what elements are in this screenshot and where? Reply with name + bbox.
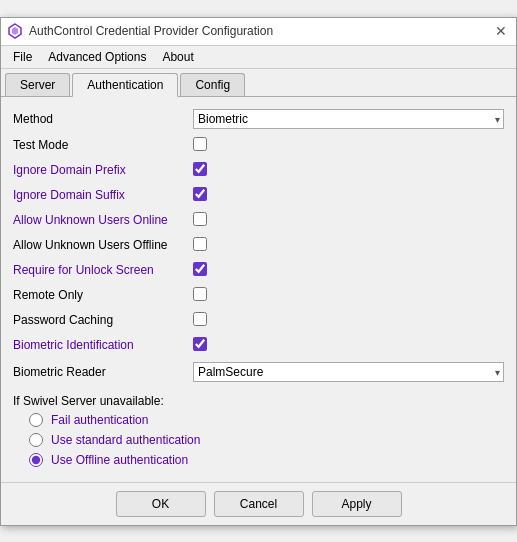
main-window: AuthControl Credential Provider Configur… (0, 17, 517, 526)
allow-unknown-offline-checkbox[interactable] (193, 237, 207, 251)
tab-server[interactable]: Server (5, 73, 70, 96)
require-unlock-control (193, 262, 504, 279)
menu-file[interactable]: File (5, 48, 40, 66)
title-bar: AuthControl Credential Provider Configur… (1, 18, 516, 46)
ignore-domain-suffix-checkbox[interactable] (193, 187, 207, 201)
window-title: AuthControl Credential Provider Configur… (29, 24, 273, 38)
allow-unknown-online-row: Allow Unknown Users Online (13, 208, 504, 233)
use-offline-radio[interactable] (29, 453, 43, 467)
test-mode-label: Test Mode (13, 138, 193, 152)
method-select[interactable]: Biometric TOTP Password (193, 109, 504, 129)
allow-unknown-offline-label: Allow Unknown Users Offline (13, 238, 193, 252)
use-offline-label: Use Offline authentication (51, 453, 188, 467)
require-unlock-checkbox[interactable] (193, 262, 207, 276)
tab-config[interactable]: Config (180, 73, 245, 96)
test-mode-checkbox[interactable] (193, 137, 207, 151)
ignore-domain-prefix-label: Ignore Domain Prefix (13, 163, 193, 177)
apply-button[interactable]: Apply (312, 491, 402, 517)
allow-unknown-offline-control (193, 237, 504, 254)
method-label: Method (13, 112, 193, 126)
remote-only-control (193, 287, 504, 304)
fail-auth-label: Fail authentication (51, 413, 148, 427)
allow-unknown-online-control (193, 212, 504, 229)
title-bar-left: AuthControl Credential Provider Configur… (7, 23, 273, 39)
button-bar: OK Cancel Apply (1, 482, 516, 525)
test-mode-control (193, 137, 504, 154)
tabs-bar: Server Authentication Config (1, 69, 516, 97)
ignore-domain-suffix-control (193, 187, 504, 204)
biometric-identification-checkbox[interactable] (193, 337, 207, 351)
app-icon (7, 23, 23, 39)
require-unlock-label: Require for Unlock Screen (13, 263, 193, 277)
password-caching-row: Password Caching (13, 308, 504, 333)
menu-advanced-options[interactable]: Advanced Options (40, 48, 154, 66)
ignore-domain-prefix-control (193, 162, 504, 179)
tab-content: Method Biometric TOTP Password Test Mode… (1, 97, 516, 482)
menu-bar: File Advanced Options About (1, 46, 516, 69)
swivel-group: If Swivel Server unavailable: Fail authe… (13, 386, 504, 474)
biometric-reader-row: Biometric Reader PalmSecure Fingerprint … (13, 358, 504, 386)
allow-unknown-online-label: Allow Unknown Users Online (13, 213, 193, 227)
svg-marker-1 (12, 27, 18, 35)
close-button[interactable]: ✕ (492, 22, 510, 40)
password-caching-control (193, 312, 504, 329)
biometric-reader-label: Biometric Reader (13, 365, 193, 379)
method-row: Method Biometric TOTP Password (13, 105, 504, 133)
biometric-reader-select[interactable]: PalmSecure Fingerprint Iris (193, 362, 504, 382)
password-caching-checkbox[interactable] (193, 312, 207, 326)
swivel-title: If Swivel Server unavailable: (13, 390, 504, 410)
test-mode-row: Test Mode (13, 133, 504, 158)
biometric-identification-control (193, 337, 504, 354)
cancel-button[interactable]: Cancel (214, 491, 304, 517)
remote-only-checkbox[interactable] (193, 287, 207, 301)
require-unlock-row: Require for Unlock Screen (13, 258, 504, 283)
password-caching-label: Password Caching (13, 313, 193, 327)
use-standard-row: Use standard authentication (13, 430, 504, 450)
use-offline-row: Use Offline authentication (13, 450, 504, 470)
allow-unknown-online-checkbox[interactable] (193, 212, 207, 226)
ignore-domain-prefix-row: Ignore Domain Prefix (13, 158, 504, 183)
fail-auth-radio[interactable] (29, 413, 43, 427)
biometric-identification-row: Biometric Identification (13, 333, 504, 358)
menu-about[interactable]: About (154, 48, 201, 66)
biometric-identification-label: Biometric Identification (13, 338, 193, 352)
remote-only-label: Remote Only (13, 288, 193, 302)
tab-authentication[interactable]: Authentication (72, 73, 178, 97)
allow-unknown-offline-row: Allow Unknown Users Offline (13, 233, 504, 258)
method-select-wrapper: Biometric TOTP Password (193, 109, 504, 129)
ok-button[interactable]: OK (116, 491, 206, 517)
use-standard-radio[interactable] (29, 433, 43, 447)
biometric-reader-select-wrapper: PalmSecure Fingerprint Iris (193, 362, 504, 382)
remote-only-row: Remote Only (13, 283, 504, 308)
ignore-domain-suffix-label: Ignore Domain Suffix (13, 188, 193, 202)
fail-auth-row: Fail authentication (13, 410, 504, 430)
ignore-domain-prefix-checkbox[interactable] (193, 162, 207, 176)
use-standard-label: Use standard authentication (51, 433, 200, 447)
ignore-domain-suffix-row: Ignore Domain Suffix (13, 183, 504, 208)
